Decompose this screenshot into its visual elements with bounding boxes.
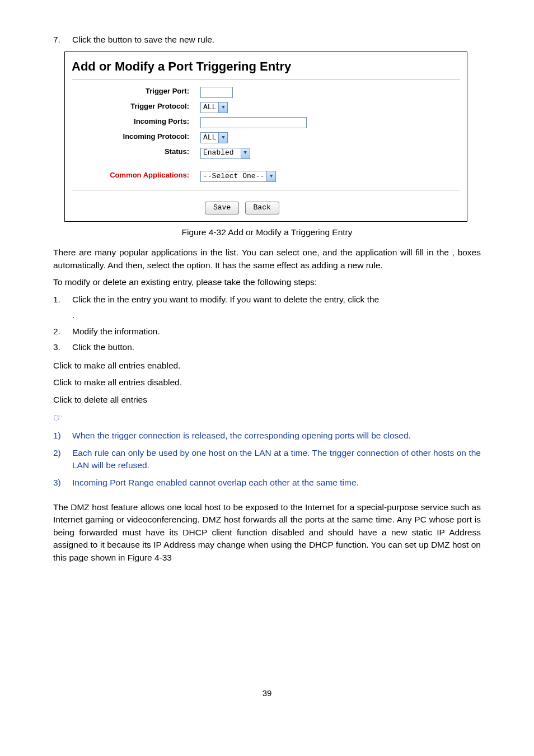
page-number: 39 [53,687,481,699]
figure-caption: Figure 4-32 Add or Modify a Triggering E… [53,226,481,239]
list-number: 3. [53,341,72,353]
click-delete-line: Click to delete all entries [53,394,481,406]
note-text: Incoming Port Range enabled cannot overl… [72,477,481,489]
step-7: 7. Click the button to save the new rule… [53,34,481,46]
dialog-button-row: Save Back [65,195,467,221]
row-incoming-protocol: Incoming Protocol: ALL ▼ [65,129,467,144]
chevron-down-icon: ▼ [218,133,227,143]
click-disable-line: Click to make all entries disabled. [53,376,481,389]
note-number: 2) [53,447,72,472]
back-button[interactable]: Back [245,202,279,214]
note-number: 1) [53,430,72,442]
note-pointer-icon: ☞ [53,410,481,425]
row-trigger-protocol: Trigger Protocol: ALL ▼ [65,99,467,114]
select-value: ALL [203,102,216,113]
list-number: 2. [53,325,72,338]
trigger-protocol-select[interactable]: ALL ▼ [200,102,228,113]
row-incoming-ports: Incoming Ports: [65,114,467,129]
label-status: Status: [72,147,200,157]
status-select[interactable]: Enabled ▼ [200,148,250,159]
list-item: 3. Click the button. [53,341,481,353]
chevron-down-icon: ▼ [266,171,275,181]
select-value: Enabled [203,148,238,158]
label-trigger-port: Trigger Port: [72,86,200,97]
row-status: Status: Enabled ▼ [65,144,467,160]
divider [72,79,460,80]
label-incoming-ports: Incoming Ports: [72,116,200,127]
label-common-apps: Common Applications: [72,170,200,181]
modify-intro: To modify or delete an existing entry, p… [53,276,481,288]
note-text: When the trigger connection is released,… [72,430,481,442]
list-item: 1. Click the in the entry you want to mo… [53,293,481,306]
list-text: Modify the information. [72,325,481,338]
text-fragment: button to save the new rule. [108,35,214,44]
list-item: 2. Modify the information. [53,325,481,338]
incoming-ports-input[interactable] [200,117,307,128]
chevron-down-icon: ▼ [241,148,250,158]
dmz-paragraph: The DMZ host feature allows one local ho… [53,501,481,564]
list-number: 1. [53,293,72,306]
click-enable-line: Click to make all entries enabled. [53,360,481,372]
note-text: Each rule can only be used by one host o… [72,447,481,472]
note-item: 1) When the trigger connection is releas… [53,430,481,442]
text-fragment: Click the [72,35,108,44]
chevron-down-icon: ▼ [218,102,227,113]
list-number: 7. [53,34,72,46]
label-incoming-protocol: Incoming Protocol: [72,132,200,142]
list-text: Click the in the entry you want to modif… [72,293,481,306]
port-triggering-dialog: Add or Modify a Port Triggering Entry Tr… [64,52,467,221]
list-text: Click the button. [72,341,481,353]
select-value: ALL [203,133,216,143]
modify-steps-list: 1. Click the in the entry you want to mo… [53,293,481,354]
row-common-apps: Common Applications: --Select One-- ▼ [65,168,467,183]
step-7-text: Click the button to save the new rule. [72,34,481,46]
save-button[interactable]: Save [205,202,239,214]
row-trigger-port: Trigger Port: [65,84,467,99]
dialog-title: Add or Modify a Port Triggering Entry [65,52,467,79]
label-trigger-protocol: Trigger Protocol: [72,101,200,112]
incoming-protocol-select[interactable]: ALL ▼ [200,132,228,143]
popular-apps-paragraph: There are many popular applications in t… [53,246,481,272]
note-number: 3) [53,477,72,489]
note-item: 3) Incoming Port Range enabled cannot ov… [53,477,481,489]
notes-list: 1) When the trigger connection is releas… [53,430,481,489]
trigger-port-input[interactable] [200,87,233,98]
common-apps-select[interactable]: --Select One-- ▼ [200,171,276,182]
select-value: --Select One-- [203,171,264,182]
note-item: 2) Each rule can only be used by one hos… [53,447,481,472]
divider [72,190,460,190]
list-text-continuation: . [72,309,481,321]
